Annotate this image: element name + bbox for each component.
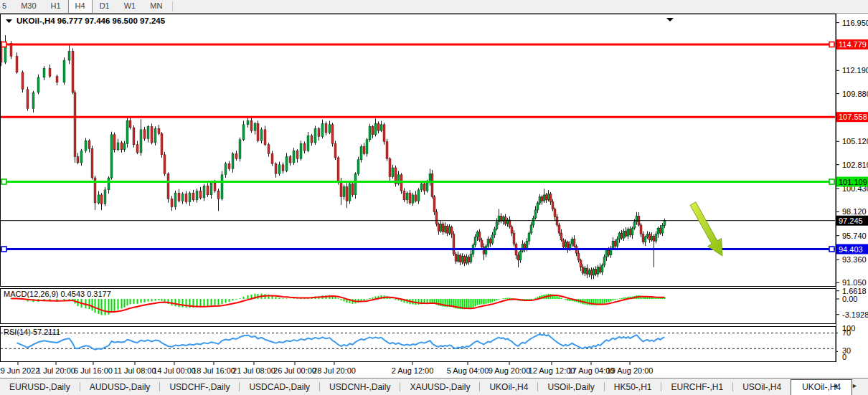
symbol-tab-eurchf-h1[interactable]: EURCHF-,H1 — [661, 380, 732, 394]
time-axis-label: 26 Jul 00:00 — [273, 366, 316, 375]
rsi-axis-label: 70 — [842, 328, 851, 337]
price-badge-label: 94.403 — [839, 245, 863, 254]
time-axis-label: 29 Jun 2022 — [0, 366, 39, 375]
price-axis-label: 102.810 — [842, 161, 868, 169]
time-axis-label: 14 Jul 00:00 — [153, 366, 196, 375]
symbol-tab-eurusd-daily[interactable]: EURUSD-,Daily — [0, 380, 80, 394]
time-axis-label: 18 Jul 16:00 — [192, 366, 235, 375]
macd-axis-label: -3.1928 — [842, 310, 868, 319]
hline-handle[interactable] — [1, 42, 6, 47]
symbol-tab-usoil-h4[interactable]: USOil-,H4 — [733, 380, 791, 394]
hline-handle[interactable] — [829, 179, 834, 184]
time-axis-label: 28 Jul 20:00 — [313, 366, 356, 375]
price-axis-label: 116.950 — [842, 19, 868, 27]
price-badge-label: 97.245 — [839, 216, 863, 225]
chart-title: UKOil-,H4 96.777 97.446 96.500 97.245 — [16, 16, 166, 25]
time-axis-label: 9 Aug 20:00 — [489, 366, 531, 375]
hline-handle[interactable] — [1, 179, 6, 184]
symbol-tab-usoil-daily[interactable]: USOil-,Daily — [538, 380, 603, 394]
timeframe-button-5[interactable]: 5 — [0, 0, 14, 14]
macd-axis-label: 1.6618 — [842, 287, 867, 295]
timeframe-toolbar: 5M30H1H4D1W1MN — [0, 0, 868, 14]
price-axis-label: 112.190 — [842, 66, 868, 75]
time-axis-label: 6 Jul 16:00 — [74, 366, 113, 375]
price-axis-label: 109.880 — [842, 90, 868, 98]
time-axis-label: 2 Aug 12:00 — [392, 366, 434, 375]
price-badge-label: 101.109 — [839, 178, 867, 186]
tab-scroll-arrows[interactable]: ◄ ► — [832, 382, 864, 389]
symbol-tab-usdcad-daily[interactable]: USDCAD-,Daily — [240, 380, 319, 394]
symbol-tabbar: EURUSD-,DailyAUDUSD-,DailyUSDCHF-,DailyU… — [0, 378, 868, 395]
macd-axis-label: 0.00 — [842, 295, 857, 303]
time-axis-label: 11 Jul 08:00 — [113, 366, 156, 375]
price-badge-label: 114.779 — [839, 40, 867, 49]
timeframe-button-d1[interactable]: D1 — [93, 0, 117, 14]
macd-label: MACD(12,26,9) 0.4543 0.3177 — [4, 290, 111, 298]
chart-window: UKOil-,H4 96.777 97.446 96.500 97.245116… — [0, 14, 868, 378]
macd-panel — [1, 289, 836, 324]
timeframe-button-h1[interactable]: H1 — [44, 0, 68, 14]
symbol-tab-usdcnh-daily[interactable]: USDCNH-,Daily — [320, 380, 400, 394]
rsi-label: RSI(14) 57.2111 — [4, 328, 60, 336]
symbol-tab-usdchf-daily[interactable]: USDCHF-,Daily — [160, 380, 239, 394]
timeframe-button-w1[interactable]: W1 — [117, 0, 143, 14]
symbol-tab-audusd-daily[interactable]: AUDUSD-,Daily — [80, 380, 160, 394]
price-axis-label: 95.740 — [842, 232, 867, 240]
price-axis-label: 98.120 — [842, 207, 867, 216]
toolbar-separator — [172, 1, 173, 11]
price-axis-label: 105.120 — [842, 137, 868, 146]
timeframe-button-mn[interactable]: MN — [143, 0, 169, 14]
symbol-tab-xauusd-daily[interactable]: XAUUSD-,Daily — [400, 380, 479, 394]
time-axis-label: 19 Aug 20:00 — [607, 366, 654, 375]
hline-handle[interactable] — [1, 247, 6, 252]
price-axis-label: 91.050 — [842, 278, 867, 287]
time-axis: 29 Jun 20221 Jul 20:006 Jul 16:0011 Jul … — [0, 362, 653, 375]
hline-handle[interactable] — [829, 247, 834, 252]
time-axis-label: 1 Jul 20:00 — [37, 366, 75, 375]
symbol-tab-ukoil-h4[interactable]: UKOil-,H4 — [480, 380, 537, 394]
price-axis-label: 93.360 — [842, 255, 867, 264]
timeframe-button-m30[interactable]: M30 — [14, 0, 43, 14]
rsi-axis-label: 0 — [842, 353, 846, 361]
price-chart: UKOil-,H4 96.777 97.446 96.500 97.245116… — [0, 14, 868, 378]
hline-handle[interactable] — [829, 42, 834, 47]
time-axis-label: 5 Aug 04:00 — [447, 366, 489, 375]
timeframe-button-h4[interactable]: H4 — [68, 0, 93, 14]
price-badge-label: 107.558 — [839, 113, 867, 121]
symbol-tab-hk50-h1[interactable]: HK50-,H1 — [605, 380, 661, 394]
time-axis-label: 21 Jul 08:00 — [232, 366, 275, 375]
